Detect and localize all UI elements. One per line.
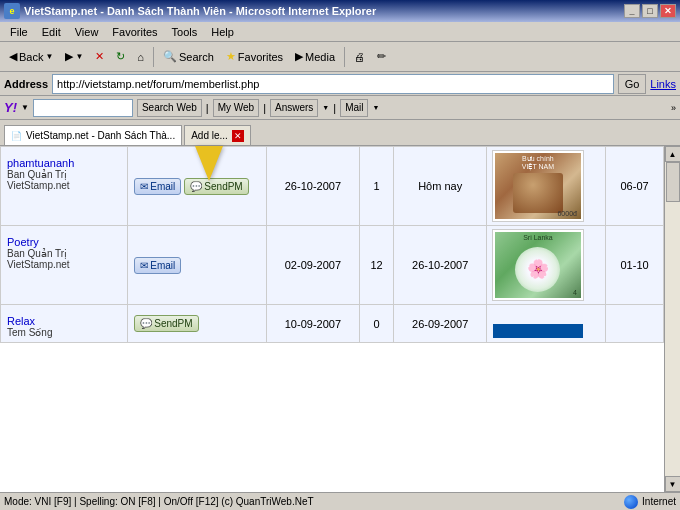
scroll-down-button[interactable]: ▼ bbox=[665, 476, 681, 492]
forward-icon: ▶ bbox=[65, 50, 73, 63]
stop-button[interactable]: ✕ bbox=[90, 45, 109, 69]
chevron-down-icon-fwd: ▼ bbox=[75, 52, 83, 61]
last-visit-cell: 26-10-2007 bbox=[394, 226, 487, 305]
email-icon: ✉ bbox=[140, 260, 148, 271]
posts-cell: 1 bbox=[359, 147, 394, 226]
blue-bar bbox=[493, 324, 583, 338]
app-icon: e bbox=[4, 3, 20, 19]
maximize-button[interactable]: □ bbox=[642, 4, 658, 18]
back-button[interactable]: ◀ Back ▼ bbox=[4, 45, 58, 69]
edit-button[interactable]: ✏ bbox=[372, 45, 391, 69]
go-button[interactable]: Go bbox=[618, 74, 647, 94]
chevron-mail-icon: ▼ bbox=[372, 104, 379, 111]
rank-date-cell: 06-07 bbox=[606, 147, 664, 226]
address-bar: Address Go Links bbox=[0, 72, 680, 96]
pipe-icon3: | bbox=[333, 102, 336, 114]
rank-date-cell bbox=[606, 305, 664, 343]
sendpm-button[interactable]: 💬 SendPM bbox=[134, 315, 198, 332]
email-icon: ✉ bbox=[140, 181, 148, 192]
media-button[interactable]: ▶ Media bbox=[290, 45, 340, 69]
posts-cell: 12 bbox=[359, 226, 394, 305]
action-buttons-cell: 💬 SendPM bbox=[128, 305, 267, 343]
pm-icon: 💬 bbox=[190, 181, 202, 192]
mail-button[interactable]: Mail bbox=[340, 99, 368, 117]
links-label[interactable]: Links bbox=[650, 78, 676, 90]
chevron-answers-icon: ▼ bbox=[322, 104, 329, 111]
home-button[interactable]: ⌂ bbox=[132, 45, 149, 69]
home-icon: ⌂ bbox=[137, 51, 144, 63]
menu-edit[interactable]: Edit bbox=[36, 24, 67, 40]
separator2 bbox=[344, 47, 345, 67]
scroll-track[interactable] bbox=[665, 162, 680, 476]
back-icon: ◀ bbox=[9, 50, 17, 63]
menu-view[interactable]: View bbox=[69, 24, 105, 40]
forward-button[interactable]: ▶ ▼ bbox=[60, 45, 88, 69]
status-text: Mode: VNI [F9] | Spelling: ON [F8] | On/… bbox=[4, 496, 616, 507]
tab-close-button[interactable]: ✕ bbox=[232, 130, 244, 142]
username-link[interactable]: phamtuananh bbox=[7, 157, 121, 169]
address-label: Address bbox=[4, 78, 48, 90]
stamp-image: Bưu chínhVIỆT NAM 6000đ bbox=[493, 151, 583, 221]
internet-icon bbox=[624, 495, 638, 509]
user-info-cell: Poetry Ban Quản Trị VietStamp.net bbox=[1, 226, 128, 305]
toolbar: ◀ Back ▼ ▶ ▼ ✕ ↻ ⌂ 🔍 Search ★ Favorites … bbox=[0, 42, 680, 72]
print-icon: 🖨 bbox=[354, 51, 365, 63]
table-row: Poetry Ban Quản Trị VietStamp.net ✉ Emai… bbox=[1, 226, 664, 305]
status-indicator: Internet bbox=[624, 495, 676, 509]
tab-vietstamp[interactable]: 📄 VietStamp.net - Danh Sách Thà... bbox=[4, 125, 182, 145]
close-button[interactable]: ✕ bbox=[660, 4, 676, 18]
expand-yahoo-icon[interactable]: » bbox=[671, 103, 676, 113]
table-row: phamtuananh Ban Quản Trị VietStamp.net ✉… bbox=[1, 147, 664, 226]
stamp-cell: Bưu chínhVIỆT NAM 6000đ bbox=[486, 147, 605, 226]
edit-icon: ✏ bbox=[377, 50, 386, 63]
tab-vietstamp-label: VietStamp.net - Danh Sách Thà... bbox=[26, 130, 175, 141]
search-web-button[interactable]: Search Web bbox=[137, 99, 202, 117]
stamp-image: Sri Lanka 🌸 4 bbox=[493, 230, 583, 300]
tabs-bar: 📄 VietStamp.net - Danh Sách Thà... Add l… bbox=[0, 120, 680, 146]
email-button[interactable]: ✉ Email bbox=[134, 257, 181, 274]
print-button[interactable]: 🖨 bbox=[349, 45, 370, 69]
tab-addnew[interactable]: Add le... ✕ bbox=[184, 125, 251, 145]
email-button[interactable]: ✉ Email bbox=[134, 178, 181, 195]
user-role: Tem Sống bbox=[7, 327, 121, 338]
window-controls: _ □ ✕ bbox=[624, 4, 676, 18]
username-link[interactable]: Poetry bbox=[7, 236, 121, 248]
vertical-scrollbar[interactable]: ▲ ▼ bbox=[664, 146, 680, 492]
refresh-icon: ↻ bbox=[116, 50, 125, 63]
address-input[interactable] bbox=[52, 74, 614, 94]
user-info-cell: phamtuananh Ban Quản Trị VietStamp.net bbox=[1, 147, 128, 226]
scroll-thumb[interactable] bbox=[666, 162, 680, 202]
favorites-icon: ★ bbox=[226, 50, 236, 63]
favorites-button[interactable]: ★ Favorites bbox=[221, 45, 288, 69]
yahoo-search-input[interactable] bbox=[33, 99, 133, 117]
status-bar: Mode: VNI [F9] | Spelling: ON [F8] | On/… bbox=[0, 492, 680, 510]
scroll-up-button[interactable]: ▲ bbox=[665, 146, 681, 162]
last-visit-cell: Hôm nay bbox=[394, 147, 487, 226]
tab-icon-vietstamp: 📄 bbox=[11, 131, 22, 141]
yahoo-toolbar: Y! ▼ Search Web | My Web | Answers ▼ | M… bbox=[0, 96, 680, 120]
user-info-cell: Relax Tem Sống bbox=[1, 305, 128, 343]
username-link[interactable]: Relax bbox=[7, 315, 121, 327]
refresh-button[interactable]: ↻ bbox=[111, 45, 130, 69]
answers-button[interactable]: Answers bbox=[270, 99, 318, 117]
menu-tools[interactable]: Tools bbox=[166, 24, 204, 40]
stamp-cell: Sri Lanka 🌸 4 bbox=[486, 226, 605, 305]
my-web-button[interactable]: My Web bbox=[213, 99, 260, 117]
menu-file[interactable]: File bbox=[4, 24, 34, 40]
tab-addnew-label: Add le... bbox=[191, 130, 228, 141]
zone-label: Internet bbox=[642, 496, 676, 507]
browser-content: phamtuananh Ban Quản Trị VietStamp.net ✉… bbox=[0, 146, 680, 492]
join-date-cell: 02-09-2007 bbox=[267, 226, 360, 305]
menu-favorites[interactable]: Favorites bbox=[106, 24, 163, 40]
title-bar: e VietStamp.net - Danh Sách Thành Viên -… bbox=[0, 0, 680, 22]
pipe-icon: | bbox=[206, 102, 209, 114]
stop-icon: ✕ bbox=[95, 50, 104, 63]
menu-help[interactable]: Help bbox=[205, 24, 240, 40]
search-icon: 🔍 bbox=[163, 50, 177, 63]
minimize-button[interactable]: _ bbox=[624, 4, 640, 18]
yahoo-logo: Y! bbox=[4, 100, 17, 115]
table-row: Relax Tem Sống 💬 SendPM 10-09-2007 0 26-… bbox=[1, 305, 664, 343]
stamp-cell bbox=[486, 305, 605, 343]
search-button[interactable]: 🔍 Search bbox=[158, 45, 219, 69]
yahoo-dropdown-icon[interactable]: ▼ bbox=[21, 103, 29, 112]
